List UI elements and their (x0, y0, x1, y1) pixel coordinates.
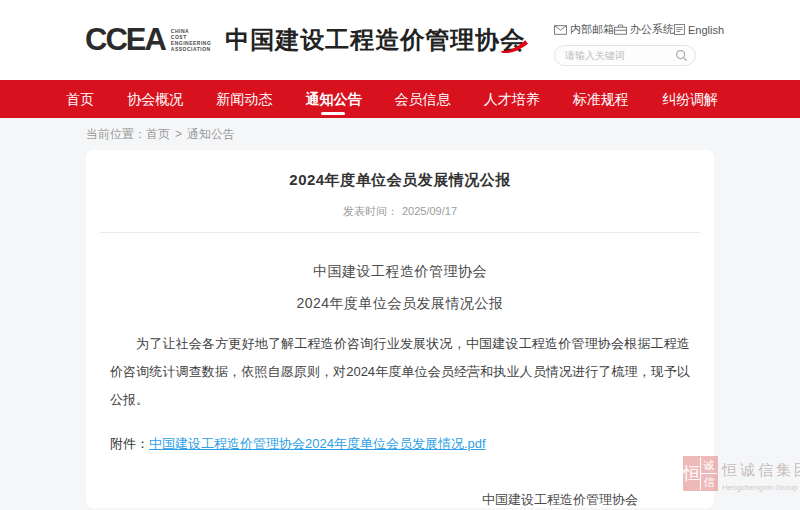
divider (100, 232, 700, 233)
attachment-pdf-link[interactable]: 中国建设工程造价管理协会2024年度单位会员发展情况.pdf (149, 436, 486, 451)
hengchengxin-seal-icon: 恒 诚 信 (683, 456, 718, 491)
signature-org: 中国建设工程造价管理协会 (482, 486, 638, 510)
nav-item-notices[interactable]: 通知公告 (305, 80, 361, 118)
office-system-link[interactable]: 办公系统 (614, 22, 674, 37)
breadcrumb: 当前位置：首页>通知公告 (0, 118, 800, 150)
nav-item-members[interactable]: 会员信息 (395, 80, 451, 118)
watermark: 恒 诚 信 恒诚信集团 Hengchengxin Group (683, 456, 800, 492)
watermark-name-cn: 恒诚信集团 (722, 461, 800, 480)
breadcrumb-separator: > (175, 127, 182, 141)
briefcase-icon (614, 24, 627, 35)
publish-time-value: 2025/09/17 (402, 205, 457, 217)
publish-time-label: 发表时间： (343, 205, 398, 217)
nav-item-news[interactable]: 新闻动态 (216, 80, 272, 118)
site-title: 中国建设工程造价管理协会 (225, 24, 525, 56)
breadcrumb-current: 通知公告 (187, 127, 235, 141)
nav-item-home[interactable]: 首页 (66, 80, 94, 118)
english-link[interactable]: English (674, 24, 724, 36)
internal-mail-label: 内部邮箱 (570, 22, 614, 37)
translate-icon (674, 24, 685, 35)
attachment-row: 附件：中国建设工程造价管理协会2024年度单位会员发展情况.pdf (110, 435, 690, 453)
attachment-label: 附件： (110, 436, 149, 451)
nav-item-dispute[interactable]: 纠纷调解 (662, 80, 718, 118)
quick-links: 内部邮箱 办公系统 English (554, 22, 696, 37)
logo-swoosh-icon (501, 40, 528, 53)
doc-heading-title: 2024年度单位会员发展情况公报 (100, 295, 700, 313)
breadcrumb-home-link[interactable]: 首页 (146, 127, 170, 141)
nav-item-about[interactable]: 协会概况 (127, 80, 183, 118)
english-label: English (688, 24, 724, 36)
logo-subtext: CHINA COST ENGINEERING ASSOCIATION (171, 28, 212, 52)
header-utilities: 内部邮箱 办公系统 English (554, 22, 696, 66)
signature-block: 中国建设工程造价管理协会 2025年9月17日 (100, 486, 700, 510)
article-paragraph: 为了让社会各方更好地了解工程造价咨询行业发展状况，中国建设工程造价管理协会根据工… (110, 330, 690, 414)
nav-item-training[interactable]: 人才培养 (484, 80, 540, 118)
publish-time: 发表时间：2025/09/17 (100, 204, 700, 219)
logo-acronym: CCEA (85, 18, 165, 62)
main-nav: 首页 协会概况 新闻动态 通知公告 会员信息 人才培养 标准规程 纠纷调解 (0, 80, 800, 118)
article-card: 2024年度单位会员发展情况公报 发表时间：2025/09/17 中国建设工程造… (86, 150, 714, 508)
office-system-label: 办公系统 (630, 22, 674, 37)
site-header: CCEA CHINA COST ENGINEERING ASSOCIATION … (0, 0, 800, 80)
search-box (554, 45, 696, 66)
watermark-name-en: Hengchengxin Group (722, 483, 800, 492)
doc-heading-org: 中国建设工程造价管理协会 (100, 263, 700, 281)
nav-item-standards[interactable]: 标准规程 (573, 80, 629, 118)
internal-mail-link[interactable]: 内部邮箱 (554, 22, 614, 37)
breadcrumb-prefix: 当前位置： (86, 127, 146, 141)
logo[interactable]: CCEA CHINA COST ENGINEERING ASSOCIATION … (85, 18, 525, 62)
article-title: 2024年度单位会员发展情况公报 (100, 171, 700, 190)
mail-icon (554, 25, 567, 35)
search-icon[interactable] (675, 49, 688, 62)
